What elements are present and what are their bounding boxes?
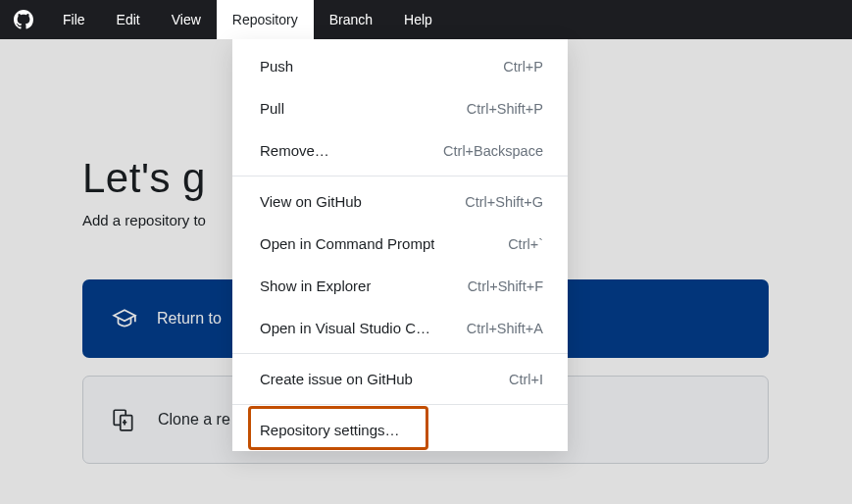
dropdown-item-remove[interactable]: Remove… Ctrl+Backspace <box>232 129 568 172</box>
dropdown-item-pull[interactable]: Pull Ctrl+Shift+P <box>232 87 568 129</box>
menu-file[interactable]: File <box>47 0 101 39</box>
separator <box>232 176 568 176</box>
shortcut-text: Ctrl+Backspace <box>443 143 543 159</box>
menu-branch[interactable]: Branch <box>314 0 388 39</box>
shortcut-text: Ctrl+Shift+P <box>467 101 543 117</box>
github-logo-icon <box>14 10 33 29</box>
separator <box>232 353 568 354</box>
dropdown-item-open-visual-studio[interactable]: Open in Visual Studio C… Ctrl+Shift+A <box>232 307 568 349</box>
dropdown-item-push[interactable]: Push Ctrl+P <box>232 45 568 87</box>
menu-edit[interactable]: Edit <box>101 0 156 39</box>
dropdown-item-create-issue[interactable]: Create issue on GitHub Ctrl+I <box>232 358 568 400</box>
shortcut-text: Ctrl+Shift+G <box>465 194 543 210</box>
dropdown-item-show-in-explorer[interactable]: Show in Explorer Ctrl+Shift+F <box>232 265 568 307</box>
separator <box>232 404 568 405</box>
shortcut-text: Ctrl+Shift+F <box>468 278 543 294</box>
menubar: File Edit View Repository Branch Help <box>0 0 852 39</box>
dropdown-item-repository-settings[interactable]: Repository settings… <box>232 409 568 451</box>
menu-repository[interactable]: Repository <box>217 0 314 39</box>
menu-view[interactable]: View <box>156 0 217 39</box>
dropdown-item-view-on-github[interactable]: View on GitHub Ctrl+Shift+G <box>232 180 568 223</box>
shortcut-text: Ctrl+` <box>508 236 543 252</box>
shortcut-text: Ctrl+I <box>509 372 543 387</box>
shortcut-text: Ctrl+Shift+A <box>467 321 543 336</box>
repository-dropdown: Push Ctrl+P Pull Ctrl+Shift+P Remove… Ct… <box>232 39 568 451</box>
shortcut-text: Ctrl+P <box>503 59 543 75</box>
dropdown-item-open-command-prompt[interactable]: Open in Command Prompt Ctrl+` <box>232 223 568 265</box>
menu-help[interactable]: Help <box>388 0 448 39</box>
